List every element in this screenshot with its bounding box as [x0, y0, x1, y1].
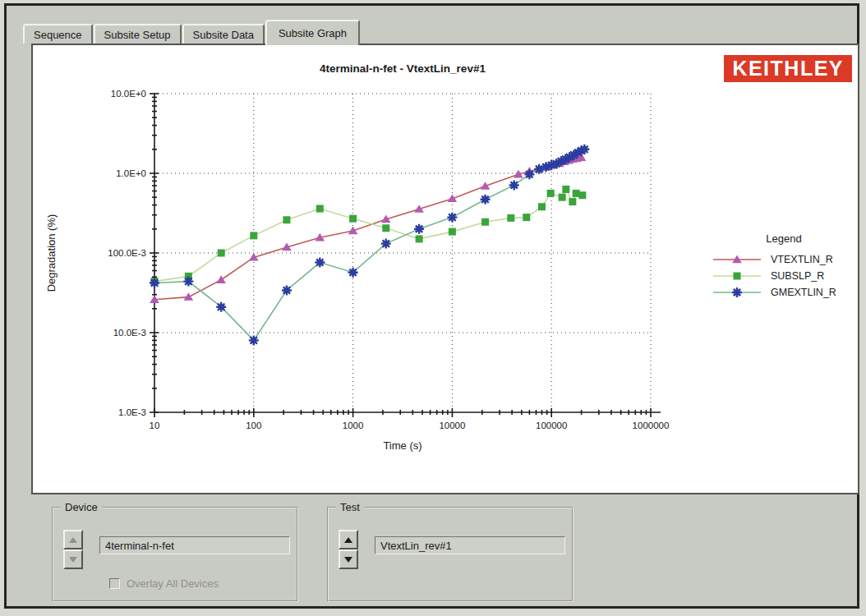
device-spinner — [63, 530, 83, 569]
svg-text:1000: 1000 — [343, 421, 364, 430]
legend-title: Legend — [712, 232, 856, 245]
overlay-all-devices-label: Overlay All Devices — [127, 577, 219, 590]
svg-text:Degradation (%): Degradation (%) — [45, 214, 58, 292]
test-group: Test — [327, 507, 573, 602]
test-name-field[interactable] — [375, 536, 565, 554]
device-group-title: Device — [61, 501, 102, 513]
svg-text:Time (s): Time (s) — [383, 439, 421, 452]
device-spin-down-button[interactable] — [63, 549, 83, 569]
svg-text:100.0E-3: 100.0E-3 — [108, 248, 146, 258]
device-spin-up-button[interactable] — [63, 530, 83, 549]
up-arrow-icon — [344, 537, 352, 543]
legend-label: SUBSLP_R — [771, 270, 824, 282]
svg-text:10000: 10000 — [439, 421, 465, 430]
legend-item-VTEXTLIN_R: VTEXTLIN_R — [712, 251, 856, 268]
tab-subsite-setup[interactable]: Subsite Setup — [94, 24, 182, 44]
svg-text:1.0E-3: 1.0E-3 — [118, 407, 146, 417]
tab-subsite-graph[interactable]: Subsite Graph — [265, 20, 360, 45]
legend-label: GMEXTLIN_R — [771, 287, 836, 298]
legend-item-GMEXTLIN_R: GMEXTLIN_R — [712, 284, 856, 301]
up-arrow-icon — [69, 537, 77, 543]
tab-sequence[interactable]: Sequence — [23, 24, 93, 44]
device-name-field[interactable] — [99, 536, 290, 554]
overlay-all-devices-checkbox[interactable] — [109, 578, 120, 589]
window-frame: SequenceSubsite SetupSubsite DataSubsite… — [4, 3, 859, 609]
chart-panel: 4terminal-n-fet - VtextLin_rev#1Time (s)… — [31, 44, 859, 494]
test-spinner — [339, 530, 358, 569]
tab-subsite-data[interactable]: Subsite Data — [182, 24, 265, 44]
series-SUBSLP_R — [151, 186, 587, 285]
chart-legend: Legend VTEXTLIN_RSUBSLP_RGMEXTLIN_R — [712, 232, 856, 301]
test-spin-up-button[interactable] — [339, 530, 358, 549]
down-arrow-icon — [69, 557, 77, 563]
svg-text:10.0E-3: 10.0E-3 — [113, 328, 146, 338]
overlay-all-devices-row: Overlay All Devices — [109, 577, 219, 590]
down-arrow-icon — [344, 557, 352, 563]
svg-text:10.0E+0: 10.0E+0 — [111, 89, 146, 99]
svg-text:100000: 100000 — [536, 421, 567, 430]
series-VTEXTLIN_R — [150, 153, 586, 303]
svg-text:1.0E+0: 1.0E+0 — [116, 168, 146, 178]
svg-text:10: 10 — [150, 421, 160, 430]
test-group-title: Test — [336, 501, 364, 513]
legend-item-SUBSLP_R: SUBSLP_R — [712, 268, 856, 284]
keithley-logo: KEITHLEY — [724, 55, 852, 82]
svg-text:4terminal-n-fet - VtextLin_rev: 4terminal-n-fet - VtextLin_rev#1 — [320, 62, 486, 75]
test-spin-down-button[interactable] — [339, 549, 358, 569]
legend-label: VTEXTLIN_R — [771, 254, 833, 265]
svg-text:1000000: 1000000 — [633, 421, 670, 430]
series-GMEXTLIN_R — [150, 145, 589, 346]
tab-bar: SequenceSubsite SetupSubsite DataSubsite… — [23, 16, 361, 44]
svg-text:100: 100 — [246, 421, 261, 430]
